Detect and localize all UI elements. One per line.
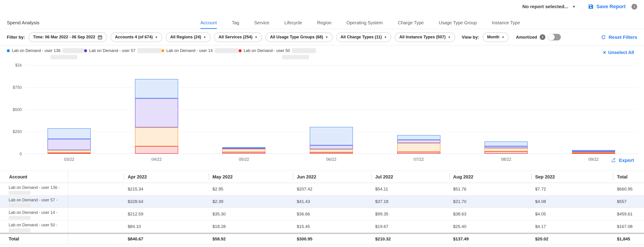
bar-segment-lab-on-demand-user-14[interactable] — [135, 127, 178, 146]
legend-item-lab-on-demand-user-14[interactable]: Lab on Demand - user 14 — [161, 48, 238, 60]
stacked-bar-04-22[interactable] — [135, 79, 178, 154]
tab-charge-type[interactable]: Charge Type — [398, 20, 424, 29]
amortized-control: Amortized i — [516, 34, 561, 40]
legend-dot-icon — [161, 49, 164, 52]
tab-instance-type[interactable]: Instance Type — [492, 20, 520, 29]
y-axis-tick-label: $750 — [0, 85, 22, 90]
amortized-toggle[interactable] — [548, 34, 561, 40]
gridline — [26, 110, 637, 110]
tab-account[interactable]: Account — [200, 20, 217, 29]
value-cell: $167.08 — [613, 224, 644, 229]
table-row-lab-on-demand-user-136[interactable]: Lab on Demand - user 136 -$215.34$2.95$2… — [0, 183, 644, 196]
view-by-dropdown[interactable]: Month ▼ — [483, 32, 509, 42]
y-axis-tick-label: 0 — [0, 152, 22, 156]
filter-pills: Time: 06 Mar 2022 - 06 Sep 2022Accounts … — [28, 32, 455, 42]
bar-segment-lab-on-demand-user-136[interactable] — [397, 135, 440, 140]
bar-segment-lab-on-demand-user-136[interactable] — [48, 128, 91, 139]
bar-segment-lab-on-demand-user-50[interactable] — [484, 151, 528, 154]
table-total-row: Total$840.67$58.92$300.95$210.32$137.49$… — [0, 233, 644, 244]
bar-segment-lab-on-demand-user-57[interactable] — [310, 145, 353, 149]
filter-pill-label: Time: 06 Mar 2022 - 06 Sep 2022 — [33, 35, 95, 39]
bar-segment-lab-on-demand-user-14[interactable] — [222, 149, 266, 152]
bar-segment-lab-on-demand-user-57[interactable] — [48, 139, 91, 150]
redacted-text — [282, 55, 309, 59]
value-cell: $36.66 — [293, 212, 371, 217]
tab-operating-system[interactable]: Operating System — [346, 20, 383, 29]
stacked-bar-03-22[interactable] — [48, 128, 91, 154]
toggle-knob — [548, 34, 555, 40]
legend-item-lab-on-demand-user-50[interactable]: Lab on Demand - user 50 — [238, 48, 316, 60]
bar-segment-lab-on-demand-user-14[interactable] — [397, 143, 440, 152]
legend-item-lab-on-demand-user-57[interactable]: Lab on Demand - user 57 — [84, 48, 161, 60]
value-cell: $84.10 — [124, 224, 208, 229]
stacked-bar-08-22[interactable] — [484, 141, 528, 154]
tab-lifecycle[interactable]: Lifecycle — [284, 20, 302, 29]
tab-tag[interactable]: Tag — [232, 20, 239, 29]
save-report-button[interactable]: Save Report — [588, 4, 626, 9]
column-header-may-2022: May 2022 — [208, 171, 293, 183]
bar-segment-lab-on-demand-user-57[interactable] — [135, 98, 178, 127]
value-cell: $7.72 — [531, 187, 613, 192]
export-button[interactable]: Export — [611, 158, 634, 163]
tab-service[interactable]: Service — [254, 20, 270, 29]
y-axis-tick-label: $250 — [0, 129, 22, 134]
bar-segment-lab-on-demand-user-50[interactable] — [397, 152, 440, 154]
bar-segment-lab-on-demand-user-50[interactable] — [135, 146, 178, 154]
chevron-down-icon: ▼ — [572, 5, 576, 8]
value-cell: $51.76 — [449, 187, 531, 192]
bar-segment-lab-on-demand-user-136[interactable] — [310, 127, 353, 145]
bar-segment-lab-on-demand-user-136[interactable] — [135, 79, 178, 98]
bar-segment-lab-on-demand-user-57[interactable] — [484, 146, 528, 148]
page-title: Spend Analysis — [7, 20, 40, 25]
bar-segment-lab-on-demand-user-136[interactable] — [484, 141, 528, 146]
tab-usage-type-group[interactable]: Usage Type Group — [439, 20, 477, 29]
filter-pill-all-services[interactable]: All Services (254)▼ — [214, 32, 262, 42]
bar-segment-lab-on-demand-user-50[interactable] — [572, 153, 615, 154]
stacked-bar-05-22[interactable] — [222, 147, 266, 154]
refresh-icon — [601, 34, 606, 40]
reset-filters-button[interactable]: Reset Filters — [601, 34, 637, 40]
value-cell: $41.43 — [293, 199, 371, 204]
account-cell: Lab on Demand - user 50 - — [0, 221, 68, 233]
bar-segment-lab-on-demand-user-50[interactable] — [310, 152, 353, 154]
filter-pill-all-regions[interactable]: All Regions (24)▼ — [166, 32, 211, 42]
filter-pill-all-instance-types[interactable]: All Instance Types (507)▼ — [395, 32, 455, 42]
account-name: Lab on Demand - user 50 - — [9, 223, 66, 228]
table-header-row: AccountApr 2022May 2022Jun 2022Jul 2022A… — [0, 171, 644, 183]
redacted-text — [9, 228, 30, 232]
bar-segment-lab-on-demand-user-57[interactable] — [397, 140, 440, 143]
stacked-bar-09-22[interactable] — [572, 150, 615, 154]
unselect-all-button[interactable]: ✕ Unselect All — [603, 50, 634, 55]
bar-segment-lab-on-demand-user-14[interactable] — [310, 149, 353, 152]
spend-analysis-page: No report selected... ▼ Save Report i Sp… — [0, 0, 644, 247]
table-row-lab-on-demand-user-14[interactable]: Lab on Demand - user 14 -$212.59$35.30$3… — [0, 208, 644, 221]
total-value-cell: $58.92 — [208, 237, 293, 242]
tab-region[interactable]: Region — [317, 20, 331, 29]
table-row-lab-on-demand-user-50[interactable]: Lab on Demand - user 50 -$84.10$18.28$15… — [0, 221, 644, 233]
table-row-lab-on-demand-user-57[interactable]: Lab on Demand - user 57 -$328.64$2.39$41… — [0, 196, 644, 208]
value-cell: $25.40 — [449, 224, 531, 229]
filter-bar: Filter by: Time: 06 Mar 2022 - 06 Sep 20… — [0, 29, 644, 45]
x-axis-tick-label: 04/22 — [113, 157, 200, 162]
filter-pill-time[interactable]: Time: 06 Mar 2022 - 06 Sep 2022 — [28, 32, 107, 42]
stacked-bar-07-22[interactable] — [397, 135, 440, 154]
bar-segment-lab-on-demand-user-50[interactable] — [48, 153, 91, 154]
bar-segment-lab-on-demand-user-50[interactable] — [222, 152, 266, 154]
info-icon[interactable]: i — [632, 4, 637, 9]
legend-item-lab-on-demand-user-136[interactable]: Lab on Demand - user 136 — [7, 48, 84, 60]
filter-pill-all-charge-types[interactable]: All Charge Types (11)▼ — [336, 32, 392, 42]
column-header-sep-2022: Sep 2022 — [531, 171, 613, 183]
bar-segment-lab-on-demand-user-14[interactable] — [484, 148, 528, 151]
filter-pill-accounts-4[interactable]: Accounts 4 (of 674)▼ — [110, 32, 162, 42]
filter-pill-all-usage-type-groups[interactable]: All Usage Type Groups (68)▼ — [266, 32, 333, 42]
filter-pill-label: Accounts 4 (of 674) — [115, 35, 153, 39]
stacked-bar-06-22[interactable] — [310, 127, 353, 154]
spend-table: AccountApr 2022May 2022Jun 2022Jul 2022A… — [0, 171, 644, 244]
report-selector[interactable]: No report selected... ▼ — [522, 4, 576, 9]
value-cell: $99.35 — [371, 212, 449, 217]
info-icon[interactable]: i — [540, 34, 546, 40]
bar-segment-lab-on-demand-user-14[interactable] — [48, 150, 91, 153]
value-cell: $37.18 — [371, 199, 449, 204]
chevron-down-icon: ▼ — [448, 36, 450, 39]
value-cell: $21.70 — [449, 199, 531, 204]
